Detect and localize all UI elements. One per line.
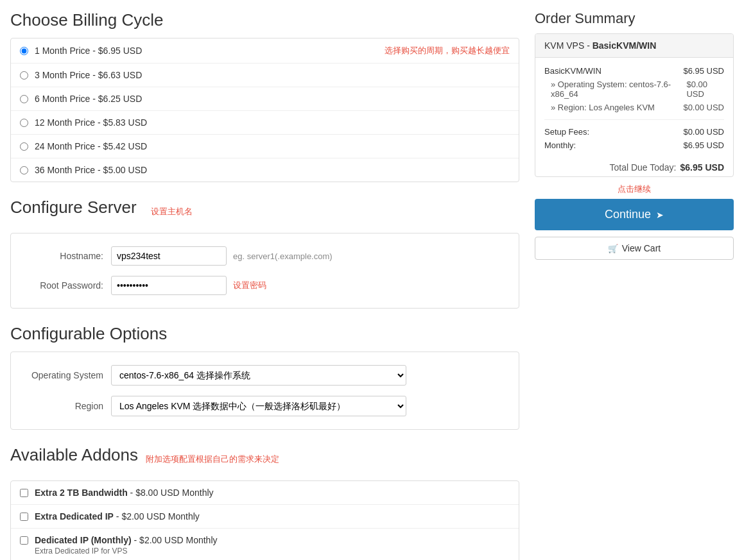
addon-name: Extra 2 TB Bandwidth bbox=[35, 488, 128, 498]
password-row: Root Password: 设置密码 bbox=[21, 271, 508, 300]
monthly-label: Monthly: bbox=[544, 140, 576, 150]
configure-box: Hostname: eg. server1(.example.com) Root… bbox=[10, 233, 519, 309]
total-label: Total Due Today: bbox=[609, 162, 676, 173]
setup-fees-label: Setup Fees: bbox=[544, 127, 589, 137]
billing-radio-b12[interactable] bbox=[20, 119, 28, 127]
summary-product-name: BasicKVM/WIN bbox=[593, 40, 657, 51]
options-box: Operating System centos-7.6-x86_64 选择操作系… bbox=[10, 352, 519, 430]
total-value: $6.95 USD bbox=[680, 162, 724, 173]
configure-section-title: Configure Server bbox=[10, 198, 137, 217]
configure-header: Configure Server 设置主机名 bbox=[10, 198, 519, 225]
billing-radio-b24[interactable] bbox=[20, 142, 28, 151]
addon-content-a1: Extra 2 TB Bandwidth - $8.00 USD Monthly bbox=[35, 488, 510, 498]
addon-price: - $8.00 USD Monthly bbox=[128, 488, 214, 498]
addon-row: Dedicated IP (Monthly) - $2.00 USD Month… bbox=[11, 529, 519, 560]
billing-label-b12: 12 Month Price - $5.83 USD bbox=[35, 117, 510, 128]
region-select[interactable]: Los Angeles KVM 选择数据中心（一般选择洛杉矶最好）New Yor… bbox=[111, 396, 406, 416]
addon-checkbox-a1[interactable] bbox=[20, 489, 28, 497]
hostname-label: Hostname: bbox=[21, 251, 111, 261]
summary-item-value: $6.95 USD bbox=[683, 66, 724, 76]
hostname-placeholder-hint: eg. server1(.example.com) bbox=[233, 251, 333, 261]
os-select[interactable]: centos-7.6-x86_64 选择操作系统centos-8-x86_64u… bbox=[111, 365, 406, 386]
password-input[interactable] bbox=[111, 276, 227, 295]
summary-product-line: KVM VPS - bbox=[544, 40, 593, 51]
addon-checkbox-a2[interactable] bbox=[20, 513, 28, 521]
summary-item-label: BasicKVM/WIN bbox=[544, 66, 601, 76]
billing-radio-b6[interactable] bbox=[20, 95, 28, 103]
summary-item-value: $0.00 USD bbox=[683, 103, 724, 112]
region-label: Region bbox=[21, 401, 111, 411]
order-summary-box: KVM VPS - BasicKVM/WIN BasicKVM/WIN$6.95… bbox=[535, 33, 734, 177]
addon-checkbox-a3[interactable] bbox=[20, 536, 28, 545]
billing-label-b36: 36 Month Price - $5.00 USD bbox=[35, 165, 510, 175]
hostname-input[interactable] bbox=[111, 246, 227, 266]
summary-item-label: » Region: Los Angeles KVM bbox=[551, 103, 655, 112]
billing-cycle-section: Choose Billing Cycle 1 Month Price - $6.… bbox=[10, 10, 519, 182]
addons-hint: 附加选项配置根据自己的需求来决定 bbox=[146, 454, 279, 465]
total-due-row: Total Due Today: $6.95 USD bbox=[535, 158, 733, 176]
hostname-hint: 设置主机名 bbox=[151, 206, 193, 217]
region-row: Region Los Angeles KVM 选择数据中心（一般选择洛杉矶最好）… bbox=[21, 391, 508, 421]
addon-name: Extra Dedicated IP bbox=[35, 511, 114, 522]
summary-item-row: » Operating System: centos-7.6-x86_64$0.… bbox=[544, 78, 724, 101]
billing-hint: 选择购买的周期，购买越长越便宜 bbox=[385, 45, 510, 56]
view-cart-label: View Cart bbox=[622, 243, 661, 253]
configure-server-section: Configure Server 设置主机名 Hostname: eg. ser… bbox=[10, 198, 519, 309]
billing-radio-b1[interactable] bbox=[20, 47, 28, 55]
continue-hint: 点击继续 bbox=[535, 183, 734, 195]
billing-row: 12 Month Price - $5.83 USD bbox=[11, 111, 519, 135]
summary-item-label: » Operating System: centos-7.6-x86_64 bbox=[551, 80, 686, 99]
addons-box: Extra 2 TB Bandwidth - $8.00 USD Monthly… bbox=[10, 480, 519, 560]
billing-radio-b36[interactable] bbox=[20, 166, 28, 174]
addon-content-a3: Dedicated IP (Monthly) - $2.00 USD Month… bbox=[35, 535, 510, 556]
hostname-row: Hostname: eg. server1(.example.com) bbox=[21, 241, 508, 271]
addon-price: - $2.00 USD Monthly bbox=[114, 511, 200, 522]
addon-desc: Extra Dedicated IP for VPS bbox=[35, 547, 510, 556]
addon-row: Extra 2 TB Bandwidth - $8.00 USD Monthly bbox=[11, 481, 519, 505]
summary-item-row: » Region: Los Angeles KVM$0.00 USD bbox=[544, 101, 724, 114]
order-summary-title: Order Summary bbox=[535, 10, 734, 27]
billing-radio-b3[interactable] bbox=[20, 71, 28, 80]
monthly-value: $6.95 USD bbox=[683, 140, 724, 150]
order-summary-sidebar: Order Summary KVM VPS - BasicKVM/WIN Bas… bbox=[535, 10, 734, 260]
configurable-options-section: Configurable Options Operating System ce… bbox=[10, 324, 519, 430]
addons-section: Available Addons 附加选项配置根据自己的需求来决定 Extra … bbox=[10, 445, 519, 560]
billing-row: 1 Month Price - $6.95 USD选择购买的周期，购买越长越便宜 bbox=[11, 38, 519, 64]
billing-label-b3: 3 Month Price - $6.63 USD bbox=[35, 70, 510, 80]
cart-icon bbox=[608, 243, 618, 253]
view-cart-button[interactable]: View Cart bbox=[535, 237, 734, 260]
billing-section-title: Choose Billing Cycle bbox=[10, 10, 519, 30]
summary-body: BasicKVM/WIN$6.95 USD» Operating System:… bbox=[535, 58, 733, 158]
addon-name: Dedicated IP (Monthly) bbox=[35, 535, 132, 545]
billing-row: 6 Month Price - $6.25 USD bbox=[11, 87, 519, 111]
summary-item-value: $0.00 USD bbox=[686, 80, 724, 99]
setup-fees-value: $0.00 USD bbox=[683, 127, 724, 137]
addon-content-a2: Extra Dedicated IP - $2.00 USD Monthly bbox=[35, 511, 510, 522]
billing-row: 36 Month Price - $5.00 USD bbox=[11, 158, 519, 182]
password-label: Root Password: bbox=[21, 280, 111, 291]
os-row: Operating System centos-7.6-x86_64 选择操作系… bbox=[21, 360, 508, 391]
options-section-title: Configurable Options bbox=[10, 324, 519, 344]
billing-label-b24: 24 Month Price - $5.42 USD bbox=[35, 141, 510, 151]
billing-row: 24 Month Price - $5.42 USD bbox=[11, 135, 519, 158]
billing-label-b1: 1 Month Price - $6.95 USD bbox=[35, 46, 373, 56]
addon-row: Extra Dedicated IP - $2.00 USD Monthly bbox=[11, 505, 519, 529]
billing-label-b6: 6 Month Price - $6.25 USD bbox=[35, 94, 510, 104]
monthly-row: Monthly: $6.95 USD bbox=[544, 139, 724, 152]
summary-divider1 bbox=[544, 119, 724, 120]
setup-fees-row: Setup Fees: $0.00 USD bbox=[544, 125, 724, 139]
continue-button[interactable]: Continue bbox=[535, 199, 734, 230]
addon-price: - $2.00 USD Monthly bbox=[132, 535, 218, 545]
summary-item-row: BasicKVM/WIN$6.95 USD bbox=[544, 64, 724, 78]
billing-row: 3 Month Price - $6.63 USD bbox=[11, 64, 519, 87]
addons-header: Available Addons 附加选项配置根据自己的需求来决定 bbox=[10, 445, 519, 473]
chevron-right-icon bbox=[656, 208, 664, 221]
os-label: Operating System bbox=[21, 370, 111, 380]
password-hint: 设置密码 bbox=[233, 280, 266, 291]
summary-product-header: KVM VPS - BasicKVM/WIN bbox=[535, 34, 733, 58]
continue-label: Continue bbox=[605, 208, 651, 221]
billing-options-table: 1 Month Price - $6.95 USD选择购买的周期，购买越长越便宜… bbox=[10, 38, 519, 182]
addons-section-title: Available Addons bbox=[10, 445, 138, 465]
